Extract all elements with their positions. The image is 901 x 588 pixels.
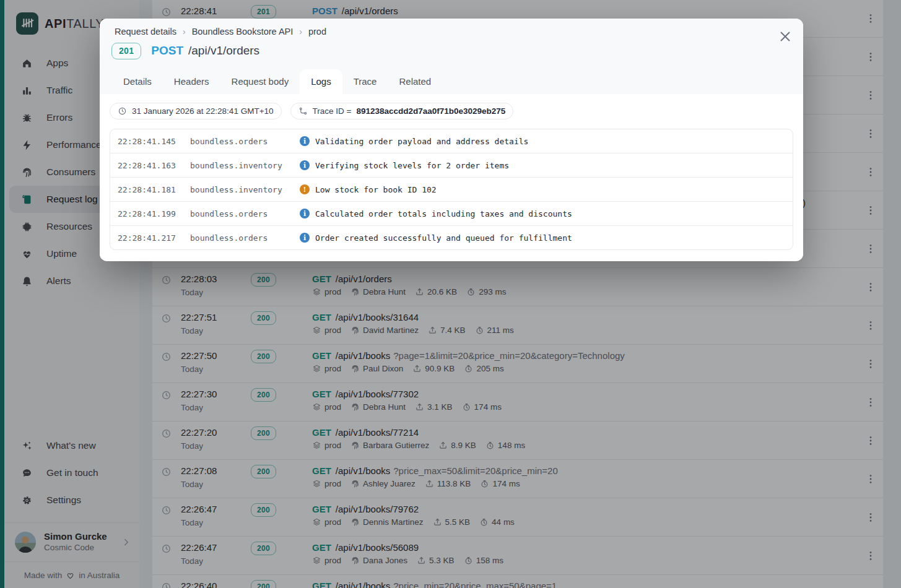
- close-button[interactable]: [777, 28, 793, 45]
- modal-body: 31 January 2026 at 22:28:41 GMT+10 Trace…: [100, 94, 803, 259]
- close-icon: [777, 28, 793, 45]
- trace-id-chip: Trace ID = 891238accdd2d7aa0f71b0e3029eb…: [290, 103, 514, 119]
- tab-trace[interactable]: Trace: [342, 69, 388, 94]
- log-time: 22:28:41.163: [118, 161, 176, 170]
- log-entry-row[interactable]: 22:28:41.145boundless.ordersiValidating …: [110, 129, 793, 153]
- log-message: Verifying stock levels for 2 order items: [315, 161, 509, 170]
- log-time: 22:28:41.145: [118, 137, 176, 146]
- log-time: 22:28:41.181: [118, 185, 176, 194]
- log-entry-row[interactable]: 22:28:41.199boundless.ordersiCalculated …: [110, 201, 793, 225]
- log-message: Low stock for book ID 102: [315, 185, 437, 194]
- warning-icon: !: [300, 184, 310, 194]
- log-logger: boundless.orders: [190, 233, 268, 243]
- log-entry-row[interactable]: 22:28:41.163boundless.inventoryiVerifyin…: [110, 153, 793, 177]
- modal-header: Request details › Boundless Bookstore AP…: [100, 19, 803, 94]
- log-table: 22:28:41.145boundless.ordersiValidating …: [110, 129, 793, 250]
- breadcrumb-separator: ›: [183, 27, 186, 37]
- log-time: 22:28:41.199: [118, 209, 176, 218]
- tab-headers[interactable]: Headers: [163, 69, 220, 94]
- log-message: Validating order payload and address det…: [315, 137, 528, 146]
- timestamp-chip: 31 January 2026 at 22:28:41 GMT+10: [110, 103, 282, 119]
- log-message: Order created successfully and queued fo…: [315, 233, 572, 243]
- log-logger: boundless.inventory: [190, 161, 282, 170]
- breadcrumb-separator: ›: [299, 27, 302, 37]
- breadcrumb-env[interactable]: prod: [308, 27, 326, 37]
- log-logger: boundless.orders: [190, 209, 268, 218]
- log-logger: boundless.inventory: [190, 185, 282, 194]
- endpoint-path: /api/v1/orders: [188, 44, 259, 57]
- breadcrumb-request-details[interactable]: Request details: [115, 27, 176, 37]
- info-icon: i: [300, 160, 310, 170]
- breadcrumb: Request details › Boundless Bookstore AP…: [115, 27, 326, 37]
- trace-icon: [298, 106, 308, 116]
- clock-icon: [118, 106, 127, 116]
- chips-row: 31 January 2026 at 22:28:41 GMT+10 Trace…: [110, 103, 793, 119]
- trace-id-value: 891238accdd2d7aa0f71b0e3029eb275: [356, 106, 505, 116]
- http-method: POST: [151, 44, 183, 57]
- log-logger: boundless.orders: [190, 137, 268, 146]
- log-entry-row[interactable]: 22:28:41.217boundless.ordersiOrder creat…: [110, 225, 793, 249]
- page-title: POST/api/v1/orders: [151, 44, 259, 58]
- tab-related[interactable]: Related: [388, 69, 442, 94]
- tab-details[interactable]: Details: [112, 69, 163, 94]
- info-icon: i: [300, 209, 310, 218]
- log-entry-row[interactable]: 22:28:41.181boundless.inventory!Low stoc…: [110, 177, 793, 201]
- tab-request-body[interactable]: Request body: [220, 69, 300, 94]
- status-badge: 201: [111, 43, 141, 59]
- breadcrumb-app[interactable]: Boundless Bookstore API: [192, 27, 294, 37]
- modal-title-row: 201 POST/api/v1/orders: [111, 43, 259, 59]
- info-icon: i: [300, 136, 310, 146]
- modal-tabs: DetailsHeadersRequest bodyLogsTraceRelat…: [112, 69, 442, 94]
- info-icon: i: [300, 233, 310, 243]
- request-details-modal: Request details › Boundless Bookstore AP…: [100, 19, 803, 261]
- tab-logs[interactable]: Logs: [300, 69, 342, 94]
- log-time: 22:28:41.217: [118, 233, 176, 243]
- log-message: Calculated order totals including taxes …: [315, 209, 572, 218]
